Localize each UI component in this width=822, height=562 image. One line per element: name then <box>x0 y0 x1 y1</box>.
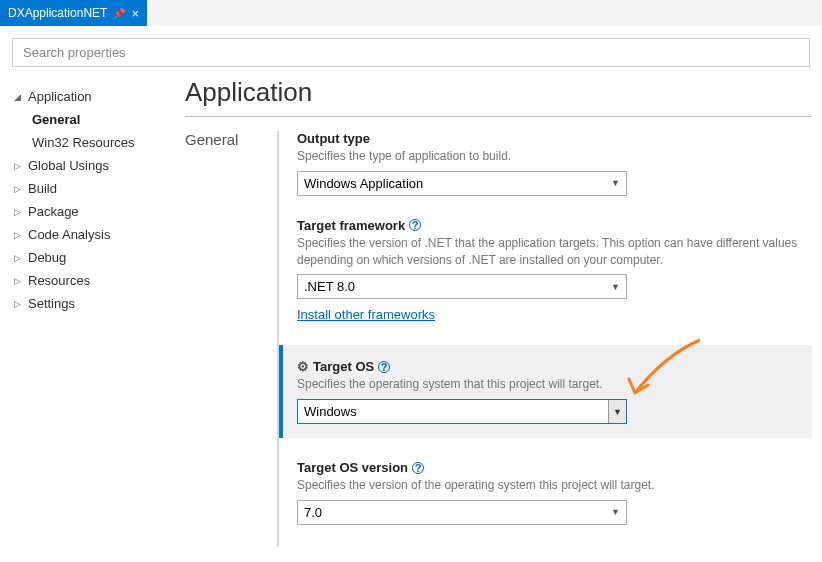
close-icon[interactable]: × <box>131 6 139 21</box>
pin-icon[interactable]: 📌 <box>113 8 125 19</box>
field-desc: Specifies the operating system that this… <box>297 376 798 393</box>
chevron-down-icon: ◢ <box>14 92 24 102</box>
tab-active[interactable]: DXApplicationNET 📌 × <box>0 0 147 26</box>
sidebar-item-general[interactable]: General <box>32 108 175 131</box>
sidebar-label: Build <box>28 181 57 196</box>
help-icon[interactable]: ? <box>412 462 424 474</box>
sidebar-item-settings[interactable]: ▷ Settings <box>14 292 175 315</box>
field-desc: Specifies the version of .NET that the a… <box>297 235 812 269</box>
sidebar-item-application[interactable]: ◢ Application <box>14 85 175 108</box>
tab-bar: DXApplicationNET 📌 × <box>0 0 822 26</box>
dropdown-value: 7.0 <box>304 505 322 520</box>
field-label: ⚙ Target OS ? <box>297 359 798 374</box>
search-input[interactable]: Search properties <box>12 38 810 67</box>
chevron-right-icon: ▷ <box>14 207 24 217</box>
sidebar-label: Package <box>28 204 79 219</box>
sidebar-label: General <box>32 112 80 127</box>
chevron-right-icon: ▷ <box>14 230 24 240</box>
divider <box>185 116 812 117</box>
sidebar-label: Global Usings <box>28 158 109 173</box>
field-label: Target framework ? <box>297 218 812 233</box>
gear-icon: ⚙ <box>297 359 309 374</box>
field-output-type: Output type Specifies the type of applic… <box>297 131 812 196</box>
chevron-right-icon: ▷ <box>14 161 24 171</box>
chevron-down-icon: ▼ <box>611 507 620 517</box>
chevron-down-icon[interactable]: ▼ <box>608 400 626 423</box>
main-panel: Application General Output type Specifie… <box>175 77 822 547</box>
chevron-right-icon: ▷ <box>14 299 24 309</box>
chevron-right-icon: ▷ <box>14 184 24 194</box>
section-label: General <box>185 131 257 547</box>
sidebar-item-package[interactable]: ▷ Package <box>14 200 175 223</box>
field-target-os-version: Target OS version ? Specifies the versio… <box>297 460 812 525</box>
dropdown-value: Windows <box>298 400 608 423</box>
tab-title: DXApplicationNET <box>8 6 107 20</box>
target-os-dropdown[interactable]: Windows ▼ <box>297 399 627 424</box>
help-icon[interactable]: ? <box>378 361 390 373</box>
field-target-os: ⚙ Target OS ? Specifies the operating sy… <box>279 345 812 438</box>
sidebar-label: Application <box>28 89 92 104</box>
chevron-down-icon: ▼ <box>611 178 620 188</box>
sidebar-item-debug[interactable]: ▷ Debug <box>14 246 175 269</box>
output-type-dropdown[interactable]: Windows Application ▼ <box>297 171 627 196</box>
chevron-right-icon: ▷ <box>14 276 24 286</box>
sidebar: ◢ Application General Win32 Resources ▷ … <box>0 77 175 547</box>
sidebar-item-build[interactable]: ▷ Build <box>14 177 175 200</box>
field-target-framework: Target framework ? Specifies the version… <box>297 218 812 324</box>
help-icon[interactable]: ? <box>409 219 421 231</box>
sidebar-label: Debug <box>28 250 66 265</box>
sidebar-label: Resources <box>28 273 90 288</box>
chevron-down-icon: ▼ <box>611 282 620 292</box>
page-title: Application <box>185 77 812 108</box>
field-label: Target OS version ? <box>297 460 812 475</box>
install-frameworks-link[interactable]: Install other frameworks <box>297 307 435 322</box>
field-desc: Specifies the type of application to bui… <box>297 148 812 165</box>
target-os-version-dropdown[interactable]: 7.0 ▼ <box>297 500 627 525</box>
sidebar-label: Settings <box>28 296 75 311</box>
dropdown-value: Windows Application <box>304 176 423 191</box>
field-desc: Specifies the version of the operating s… <box>297 477 812 494</box>
chevron-right-icon: ▷ <box>14 253 24 263</box>
sidebar-item-globalusings[interactable]: ▷ Global Usings <box>14 154 175 177</box>
sidebar-item-codeanalysis[interactable]: ▷ Code Analysis <box>14 223 175 246</box>
sidebar-item-resources[interactable]: ▷ Resources <box>14 269 175 292</box>
dropdown-value: .NET 8.0 <box>304 279 355 294</box>
sidebar-label: Win32 Resources <box>32 135 135 150</box>
target-framework-dropdown[interactable]: .NET 8.0 ▼ <box>297 274 627 299</box>
sidebar-label: Code Analysis <box>28 227 110 242</box>
field-label: Output type <box>297 131 812 146</box>
sidebar-item-win32resources[interactable]: Win32 Resources <box>32 131 175 154</box>
